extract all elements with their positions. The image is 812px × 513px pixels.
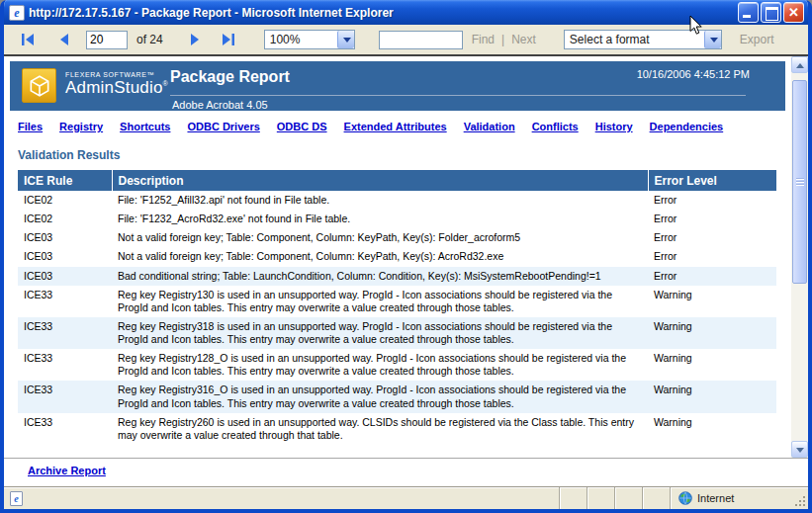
ice-rule-cell: ICE33	[18, 413, 112, 445]
description-header: Description	[112, 170, 648, 191]
scroll-up-icon[interactable]	[791, 56, 808, 73]
description-cell: Reg key Registry128_O is used in an unsu…	[112, 349, 648, 381]
chevron-down-icon[interactable]	[337, 31, 354, 48]
description-cell: Reg key Registry318 is used in an unsupp…	[112, 317, 648, 349]
chevron-down-icon[interactable]	[704, 31, 721, 48]
ice-rule-cell: ICE02	[18, 191, 112, 210]
next-button[interactable]: Next	[511, 33, 536, 46]
header-divider	[170, 95, 746, 96]
nav-link-history[interactable]: History	[595, 121, 633, 132]
error-level-cell: Error	[648, 247, 776, 266]
nav-link-odbc-drivers[interactable]: ODBC Drivers	[187, 121, 259, 132]
zone-label: Internet	[697, 492, 734, 504]
error-level-cell: Error	[648, 191, 776, 210]
page-done-icon: e	[10, 491, 23, 506]
ice-rule-cell: ICE03	[18, 267, 112, 286]
table-row: ICE02File: 'F1252_Afill32.api' not found…	[18, 191, 776, 210]
format-value: Select a format	[565, 33, 704, 46]
close-button[interactable]: ✕	[783, 2, 804, 23]
security-zone-panel: Internet	[670, 487, 790, 509]
table-row: ICE02File: 'F1232_AcroRd32.exe' not foun…	[18, 210, 776, 228]
status-panel	[586, 487, 614, 509]
error-level-cell: Warning	[648, 286, 776, 317]
description-cell: File: 'F1232_AcroRd32.exe' not found in …	[112, 210, 648, 228]
export-button[interactable]: Export	[740, 33, 774, 46]
report-toolbar: of 24 100% Find | Next Select a format E…	[4, 25, 808, 56]
table-row: ICE03Not a valid foreign key; Table: Com…	[18, 247, 776, 266]
ice-rule-cell: ICE03	[18, 247, 112, 266]
browser-window: e http://172.17.5.167 - Package Report -…	[0, 0, 812, 513]
status-panel	[614, 487, 642, 509]
ice-rule-cell: ICE33	[18, 286, 112, 317]
maximize-button[interactable]	[761, 2, 781, 23]
description-cell: Not a valid foreign key; Table: Componen…	[112, 228, 648, 247]
page-count-label: of 24	[136, 33, 163, 46]
ice-rule-cell: ICE33	[18, 317, 112, 349]
status-panel	[642, 487, 670, 509]
package-name: Adobe Acrobat 4.05	[172, 99, 268, 111]
error-level-cell: Warning	[648, 413, 776, 445]
ice-rule-cell: ICE33	[18, 381, 112, 412]
registered-mark: ®	[163, 80, 168, 87]
nav-link-dependencies[interactable]: Dependencies	[650, 121, 724, 132]
ice-rule-cell: ICE33	[18, 349, 112, 381]
description-cell: Reg key Registry130 is used in an unsupp…	[112, 286, 648, 317]
globe-icon	[678, 491, 692, 505]
first-page-icon[interactable]	[20, 33, 36, 46]
nav-link-extended-attributes[interactable]: Extended Attributes	[344, 121, 447, 132]
title-bar: e http://172.17.5.167 - Package Report -…	[4, 0, 808, 25]
status-panel	[559, 487, 586, 509]
zoom-value: 100%	[265, 33, 337, 46]
vertical-scrollbar[interactable]	[791, 56, 808, 458]
page-number-input[interactable]	[86, 31, 128, 49]
description-cell: Reg key Registry316_O is used in an unsu…	[112, 381, 648, 412]
status-bar: e Internet	[4, 486, 808, 509]
error-level-cell: Error	[648, 267, 776, 286]
archive-report-link[interactable]: Archive Report	[28, 465, 106, 476]
minimize-button[interactable]	[738, 2, 759, 23]
zoom-select[interactable]: 100%	[264, 30, 355, 49]
report-viewer: FLEXERA SOFTWARE™ AdminStudio® Package R…	[4, 56, 808, 459]
table-row: ICE33Reg key Registry316_O is used in an…	[18, 381, 776, 412]
nav-link-odbc-ds[interactable]: ODBC DS	[277, 121, 327, 132]
description-cell: File: 'F1252_Afill32.api' not found in F…	[112, 191, 648, 210]
previous-page-icon[interactable]	[56, 33, 72, 46]
nav-link-validation[interactable]: Validation	[464, 121, 515, 132]
nav-link-registry[interactable]: Registry	[59, 121, 103, 132]
window-title: http://172.17.5.167 - Package Report - M…	[29, 6, 738, 20]
nav-link-conflicts[interactable]: Conflicts	[532, 121, 579, 132]
description-cell: Bad conditional string; Table: LaunchCon…	[112, 267, 648, 286]
find-input[interactable]	[379, 31, 463, 49]
format-select[interactable]: Select a format	[564, 30, 722, 49]
description-cell: Not a valid foreign key; Table: Componen…	[112, 247, 648, 266]
resize-grip[interactable]	[790, 487, 808, 509]
scroll-down-icon[interactable]	[791, 441, 808, 458]
nav-link-files[interactable]: Files	[18, 121, 43, 132]
nav-link-shortcuts[interactable]: Shortcuts	[120, 121, 170, 132]
section-heading: Validation Results	[18, 148, 791, 162]
adminstudio-label: AdminStudio®	[65, 78, 168, 98]
status-message-panel: e	[4, 487, 559, 509]
last-page-icon[interactable]	[221, 33, 236, 46]
table-row: ICE33Reg key Registry318 is used in an u…	[18, 317, 776, 349]
description-cell: Reg key Registry260 is used in an unsupp…	[112, 413, 648, 445]
find-next-divider: |	[501, 33, 504, 46]
validation-results-table: ICE Rule Description Error Level ICE02Fi…	[18, 170, 776, 445]
ie-page-icon: e	[9, 5, 25, 21]
report-header: FLEXERA SOFTWARE™ AdminStudio® Package R…	[10, 61, 785, 111]
table-row: ICE03Bad conditional string; Table: Laun…	[18, 267, 776, 286]
scrollbar-thumb[interactable]	[792, 80, 807, 284]
table-row: ICE33Reg key Registry128_O is used in an…	[18, 349, 776, 381]
error-level-cell: Error	[648, 228, 776, 247]
find-button[interactable]: Find	[472, 33, 495, 46]
ice-rule-cell: ICE02	[18, 210, 112, 228]
brand-block: FLEXERA SOFTWARE™ AdminStudio®	[65, 71, 168, 98]
next-page-icon[interactable]	[187, 33, 203, 46]
table-row: ICE33Reg key Registry260 is used in an u…	[18, 413, 776, 445]
window-controls: ✕	[738, 2, 804, 23]
error-level-cell: Error	[648, 210, 776, 228]
table-row: ICE03Not a valid foreign key; Table: Com…	[18, 228, 776, 247]
error-level-cell: Warning	[648, 349, 776, 381]
browser-content: FLEXERA SOFTWARE™ AdminStudio® Package R…	[4, 56, 808, 486]
table-row: ICE33Reg key Registry130 is used in an u…	[18, 286, 776, 317]
